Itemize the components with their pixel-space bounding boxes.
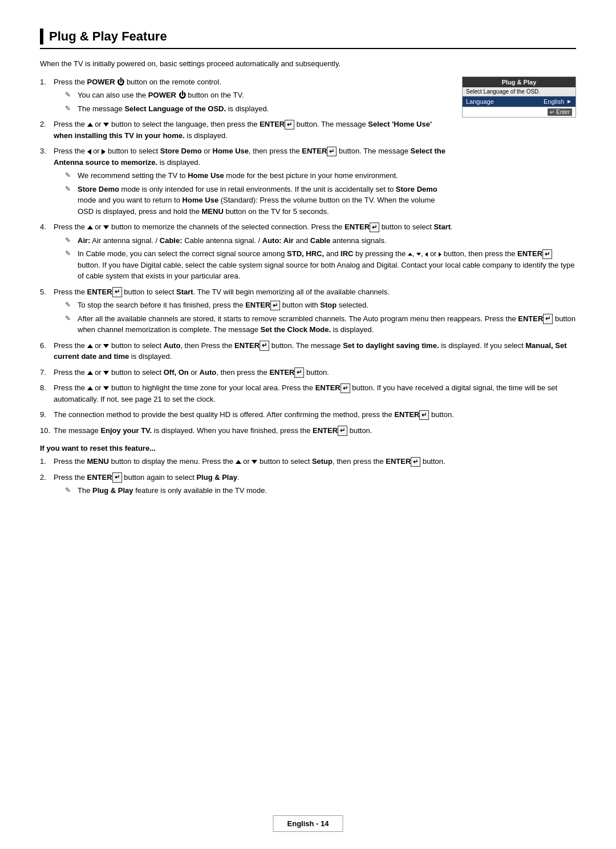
reset-note-1: The Plug & Play feature is only availabl… xyxy=(65,485,576,496)
step-8: Press the or button to highlight the tim… xyxy=(40,382,576,405)
step-5: Press the ENTER↵ button to select Start.… xyxy=(40,286,576,335)
first-item-wrapper: Press the POWER ⏻ button on the remote c… xyxy=(40,76,576,222)
intro-text: When the TV is initially powered on, bas… xyxy=(40,58,576,70)
step-1-note-2: The message Select Language of the OSD. … xyxy=(65,103,451,115)
step-4-notes: Air: Air antenna signal. / Cable: Cable … xyxy=(54,235,576,282)
step-5-note-1: To stop the search before it has finishe… xyxy=(65,300,576,311)
enter-symbol-8: ↵ xyxy=(341,383,350,393)
step-1-notes: You can also use the POWER ⏻ button on t… xyxy=(54,90,451,114)
step-9: The connection method to provide the bes… xyxy=(40,409,576,421)
title-bar-decoration xyxy=(40,29,43,45)
enter-symbol-4b: ↵ xyxy=(542,249,552,259)
down-7 xyxy=(103,371,109,375)
main-steps-list: Press the POWER ⏻ button on the remote c… xyxy=(40,76,451,217)
footer-wrapper: English - 14 xyxy=(273,815,343,832)
step-3-note-2: Store Demo mode is only intended for use… xyxy=(65,184,451,217)
step-7: Press the or button to select Off, On or… xyxy=(40,367,576,378)
up-7 xyxy=(87,371,93,375)
step-5-notes: To stop the search before it has finishe… xyxy=(54,300,576,335)
if-reset-section: If you want to reset this feature... Pre… xyxy=(40,444,576,496)
up-r1 xyxy=(236,460,241,464)
up-6 xyxy=(87,344,93,348)
step-4-note-1: Air: Air antenna signal. / Cable: Cable … xyxy=(65,235,576,246)
first-item-text: Press the POWER ⏻ button on the remote c… xyxy=(40,76,462,222)
step-1-note-1: You can also use the POWER ⏻ button on t… xyxy=(65,90,451,101)
page-title: Plug & Play Feature xyxy=(49,29,167,44)
plug-play-lang-row: Language English ► xyxy=(463,96,576,107)
lang-arrow: ► xyxy=(566,98,572,104)
left-arrow xyxy=(87,149,91,155)
lang-text: English xyxy=(544,98,564,105)
step-3-note-1: We recommend setting the TV to Home Use … xyxy=(65,170,451,181)
reset-step-1: Press the MENU button to display the men… xyxy=(40,456,576,467)
step-5-note-2: After all the available channels are sto… xyxy=(65,313,576,335)
reset-notes: The Plug & Play feature is only availabl… xyxy=(54,485,576,496)
main-steps-list-continued: Press the or button to memorize the chan… xyxy=(40,221,576,436)
plug-play-subtitle: Select Language of the OSD. xyxy=(463,87,576,96)
section-title: Plug & Play Feature xyxy=(40,29,576,49)
lang-label: Language xyxy=(466,98,494,105)
reset-step-2: Press the ENTER↵ button again to select … xyxy=(40,472,576,496)
up-sm xyxy=(408,253,412,256)
step-3: Press the or button to select Store Demo… xyxy=(40,145,451,217)
enter-symbol-7: ↵ xyxy=(294,367,304,377)
enter-symbol-r1: ↵ xyxy=(411,457,420,467)
step-6: Press the or button to select Auto, then… xyxy=(40,340,576,362)
plug-play-enter-row: ↵ Enter xyxy=(463,107,576,117)
step-2: Press the or button to select the langua… xyxy=(40,119,451,141)
step-1: Press the POWER ⏻ button on the remote c… xyxy=(40,76,451,115)
right-arrow xyxy=(102,149,106,155)
enter-button-box: ↵ Enter xyxy=(548,108,572,116)
right-sm xyxy=(439,252,441,257)
up-arrow xyxy=(87,123,93,127)
down-r1 xyxy=(252,460,257,464)
step-3-notes: We recommend setting the TV to Home Use … xyxy=(54,170,451,217)
step-10: The message Enjoy your TV. is displayed.… xyxy=(40,425,576,436)
enter-symbol-9: ↵ xyxy=(419,410,429,420)
enter-symbol-2: ↵ xyxy=(327,147,337,156)
down-arrow-4 xyxy=(103,225,109,229)
step-4: Press the or button to memorize the chan… xyxy=(40,221,576,282)
plug-play-box: Plug & Play Select Language of the OSD. … xyxy=(462,76,576,118)
left-sm xyxy=(425,252,428,257)
page-container: Plug & Play Feature When the TV is initi… xyxy=(40,29,576,496)
enter-symbol-r2: ↵ xyxy=(112,472,122,482)
page-number: English - 14 xyxy=(273,815,343,832)
down-8 xyxy=(103,386,109,390)
lang-value: English ► xyxy=(544,98,572,105)
down-arrow xyxy=(103,123,109,127)
step-4-note-2: In Cable mode, you can select the correc… xyxy=(65,248,576,282)
up-8 xyxy=(87,386,93,390)
down-sm xyxy=(416,253,421,256)
reset-steps-list: Press the MENU button to display the men… xyxy=(40,456,576,496)
enter-symbol-6: ↵ xyxy=(260,341,269,350)
enter-symbol-5b: ↵ xyxy=(543,314,553,324)
enter-symbol-4: ↵ xyxy=(370,223,379,232)
plug-play-header: Plug & Play xyxy=(463,77,576,87)
up-arrow-4 xyxy=(87,225,93,229)
enter-symbol: ↵ xyxy=(285,120,294,130)
if-reset-title: If you want to reset this feature... xyxy=(40,444,576,452)
enter-symbol-5a: ↵ xyxy=(270,301,280,310)
enter-symbol-5: ↵ xyxy=(112,287,122,297)
enter-symbol-10: ↵ xyxy=(338,426,347,435)
down-6 xyxy=(103,344,109,348)
